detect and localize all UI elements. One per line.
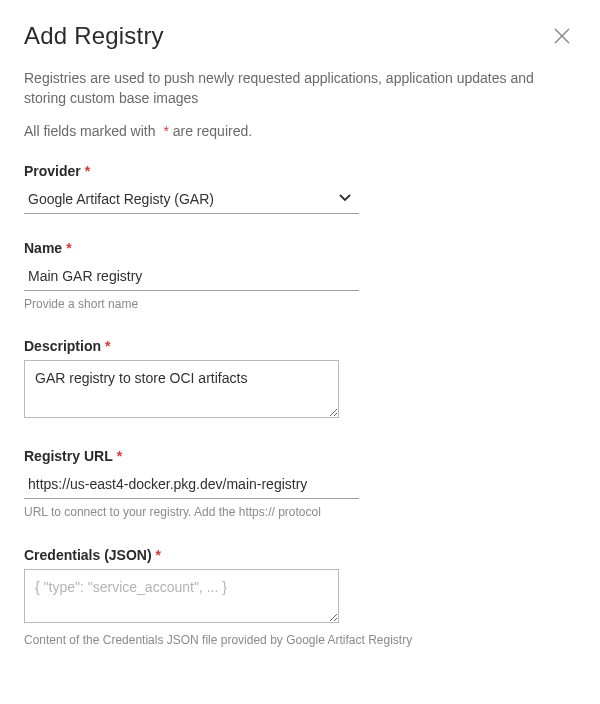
modal-header: Add Registry bbox=[24, 22, 576, 50]
modal-title: Add Registry bbox=[24, 22, 164, 50]
registry-url-helper: URL to connect to your registry. Add the… bbox=[24, 505, 556, 521]
name-field: Name* Provide a short name bbox=[24, 240, 556, 313]
credentials-helper: Content of the Credentials JSON file pro… bbox=[24, 633, 556, 649]
registry-url-input[interactable] bbox=[24, 470, 359, 499]
asterisk-icon: * bbox=[117, 448, 122, 464]
description-textarea[interactable]: GAR registry to store OCI artifacts bbox=[24, 360, 339, 418]
form-scroll-area[interactable]: Registries are used to push newly reques… bbox=[24, 68, 576, 704]
name-input[interactable] bbox=[24, 262, 359, 291]
intro-text: Registries are used to push newly reques… bbox=[24, 68, 556, 109]
asterisk-icon: * bbox=[105, 338, 110, 354]
credentials-field: Credentials (JSON)* Content of the Crede… bbox=[24, 547, 556, 649]
provider-label: Provider* bbox=[24, 163, 556, 179]
provider-field: Provider* Google Artifact Registy (GAR) bbox=[24, 163, 556, 214]
provider-select[interactable]: Google Artifact Registy (GAR) bbox=[24, 185, 359, 214]
required-fields-note: All fields marked with * are required. bbox=[24, 123, 556, 139]
description-label: Description* bbox=[24, 338, 556, 354]
registry-url-label: Registry URL* bbox=[24, 448, 556, 464]
registry-url-field: Registry URL* URL to connect to your reg… bbox=[24, 448, 556, 521]
close-icon bbox=[552, 26, 572, 46]
description-field: Description* GAR registry to store OCI a… bbox=[24, 338, 556, 422]
add-registry-modal: Add Registry Registries are used to push… bbox=[0, 0, 600, 704]
name-helper: Provide a short name bbox=[24, 297, 556, 313]
asterisk-icon: * bbox=[85, 163, 90, 179]
asterisk-icon: * bbox=[66, 240, 71, 256]
close-button[interactable] bbox=[548, 22, 576, 50]
name-label: Name* bbox=[24, 240, 556, 256]
provider-select-value[interactable]: Google Artifact Registy (GAR) bbox=[24, 185, 359, 214]
credentials-label: Credentials (JSON)* bbox=[24, 547, 556, 563]
credentials-textarea[interactable] bbox=[24, 569, 339, 623]
asterisk-icon: * bbox=[163, 123, 168, 139]
asterisk-icon: * bbox=[156, 547, 161, 563]
